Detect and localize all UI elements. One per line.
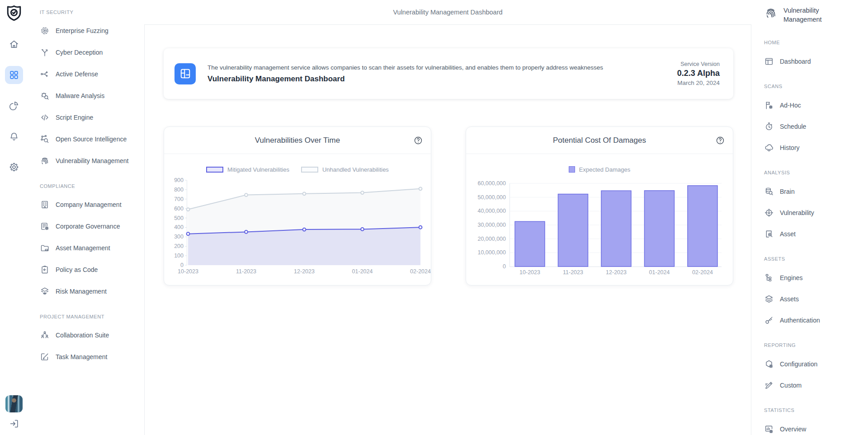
sidebar-item-risk-management[interactable]: Risk Management xyxy=(28,281,144,302)
nav-item-label: Brain xyxy=(780,188,795,195)
sidebar-item-cyber-deception[interactable]: Cyber Deception xyxy=(28,42,144,63)
sidebar-section: IT SECURITYEnterprise FuzzingCyber Decep… xyxy=(28,9,144,172)
nav-item-label: Task Management xyxy=(56,353,107,360)
nav-item-label: Asset Management xyxy=(56,244,110,252)
rightnav-item-overview[interactable]: Overview xyxy=(751,418,868,435)
code-icon xyxy=(40,112,50,122)
sidebar-item-active-defense[interactable]: Active Defense xyxy=(28,63,144,85)
sidebar-item-open-source-intelligence[interactable]: Open Source Intelligence xyxy=(28,128,144,150)
svg-text:200: 200 xyxy=(174,243,184,249)
line-chart-svg: 010020030040050060070080090010-202311-20… xyxy=(164,176,431,280)
rightnav-item-schedule[interactable]: Schedule xyxy=(751,116,868,137)
svg-text:0: 0 xyxy=(503,263,506,270)
nav-item-label: Enterprise Fuzzing xyxy=(56,27,108,34)
rightnav-item-dashboard[interactable]: Dashboard xyxy=(751,51,868,72)
home-icon xyxy=(9,39,19,50)
rail-settings-button[interactable] xyxy=(5,158,23,176)
nav-item-label: Overview xyxy=(780,426,806,433)
nav-item-label: Custom xyxy=(780,382,802,389)
sidebar-item-collaboration-suite[interactable]: Collaboration Suite xyxy=(28,324,144,346)
svg-text:20,000,000: 20,000,000 xyxy=(477,236,506,242)
flow-arrows-icon xyxy=(40,69,50,79)
service-header-card: The vulnerability management service all… xyxy=(164,48,733,99)
legend-item[interactable]: Unhandled Vulnerabilities xyxy=(301,166,389,173)
dashboard-tile-icon xyxy=(175,63,196,84)
logout-icon[interactable] xyxy=(9,418,19,429)
app-logo-shield-icon xyxy=(4,4,24,23)
nav-item-label: Open Source Intelligence xyxy=(56,136,127,143)
rightnav-item-ad-hoc[interactable]: Ad-Hoc xyxy=(751,94,868,116)
chart-title: Potential Cost Of Damages xyxy=(553,136,646,145)
rightnav-section: REPORTINGConfigurationCustom xyxy=(751,342,868,396)
help-icon[interactable] xyxy=(715,136,725,145)
rightnav-item-engines[interactable]: Engines xyxy=(751,267,868,288)
nav-item-label: Ad-Hoc xyxy=(780,102,801,109)
legend-item[interactable]: Mitigated Vulnerabilities xyxy=(206,166,289,173)
sidebar-section: COMPLIANCECompany ManagementCorporate Go… xyxy=(28,183,144,302)
potential-cost-of-damages-card: Potential Cost Of Damages Expected Damag… xyxy=(466,126,733,285)
grid-icon xyxy=(9,70,19,80)
rightnav-section-label: HOME xyxy=(751,40,868,46)
rightnav-item-authentication[interactable]: Authentication xyxy=(751,309,868,331)
network-search-icon xyxy=(40,134,50,144)
rightnav-item-history[interactable]: History xyxy=(751,137,868,158)
service-header-text: The vulnerability management service all… xyxy=(208,64,665,84)
nav-item-label: Cyber Deception xyxy=(56,49,103,56)
key-icon xyxy=(764,315,774,325)
target-rings-icon xyxy=(40,26,50,36)
svg-text:10-2023: 10-2023 xyxy=(178,268,198,275)
svg-text:600: 600 xyxy=(174,206,184,212)
svg-text:11-2023: 11-2023 xyxy=(563,269,583,276)
sidebar-item-script-engine[interactable]: Script Engine xyxy=(28,107,144,128)
sidebar-item-asset-management[interactable]: Asset Management xyxy=(28,237,144,259)
globe-target-icon xyxy=(764,208,774,218)
nav-item-label: Vulnerability Management xyxy=(56,157,128,164)
rightnav-item-brain[interactable]: Brain xyxy=(751,181,868,202)
sidebar-item-enterprise-fuzzing[interactable]: Enterprise Fuzzing xyxy=(28,20,144,42)
service-version-number: 0.2.3 Alpha xyxy=(677,69,720,78)
rail-notifications-button[interactable] xyxy=(5,127,23,145)
flag-gear-icon xyxy=(764,100,774,110)
help-icon[interactable] xyxy=(413,136,423,145)
rail-analytics-button[interactable] xyxy=(5,97,23,115)
nav-item-label: Schedule xyxy=(780,123,806,130)
rightnav-section: ANALYSISBrainVulnerabilityAsset xyxy=(751,170,868,244)
user-avatar[interactable] xyxy=(5,395,23,412)
nav-item-label: History xyxy=(780,144,800,151)
right-nav: HOMEDashboardSCANSAd-HocScheduleHistoryA… xyxy=(751,40,868,435)
cloud-history-icon xyxy=(764,143,774,153)
nav-item-label: Authentication xyxy=(780,317,820,324)
doc-gear-icon xyxy=(40,221,50,231)
sidebar-section-label: IT SECURITY xyxy=(28,9,144,15)
svg-text:100: 100 xyxy=(174,253,184,259)
nav-item-label: Active Defense xyxy=(56,70,98,78)
window-icon xyxy=(764,56,774,66)
bell-icon xyxy=(9,131,19,142)
svg-text:0: 0 xyxy=(180,262,184,268)
sidebar-item-task-management[interactable]: Task Management xyxy=(28,346,144,368)
rightnav-item-assets[interactable]: Assets xyxy=(751,288,868,309)
rightnav-item-custom[interactable]: Custom xyxy=(751,374,868,396)
content-panel: The vulnerability management service all… xyxy=(144,24,751,435)
rightnav-item-asset[interactable]: Asset xyxy=(751,223,868,244)
building-icon xyxy=(40,200,50,210)
layers-eye-icon xyxy=(40,286,50,296)
branch-y-icon xyxy=(40,47,50,57)
svg-text:900: 900 xyxy=(174,177,184,183)
rightnav-item-vulnerability[interactable]: Vulnerability xyxy=(751,202,868,223)
stopwatch-icon xyxy=(764,122,774,131)
sidebar-item-company-management[interactable]: Company Management xyxy=(28,194,144,215)
sidebar-item-vulnerability-management[interactable]: Vulnerability Management xyxy=(28,150,144,172)
sidebar-item-malware-analysis[interactable]: Malware Analysis xyxy=(28,85,144,107)
nav-item-label: Script Engine xyxy=(56,114,93,121)
legend-item[interactable]: Expected Damages xyxy=(569,166,630,173)
rail-home-button[interactable] xyxy=(5,35,23,53)
rail-apps-button[interactable] xyxy=(5,66,23,84)
fingerprint-icon xyxy=(40,156,50,166)
rightnav-item-configuration[interactable]: Configuration xyxy=(751,353,868,374)
sidebar-section: PROJECT MANAGEMENTCollaboration SuiteTas… xyxy=(28,314,144,368)
doc-search-icon xyxy=(764,229,774,239)
sidebar-item-policy-as-code[interactable]: Policy as Code xyxy=(28,259,144,281)
sidebar-item-corporate-governance[interactable]: Corporate Governance xyxy=(28,215,144,237)
rightnav-section-label: SCANS xyxy=(751,84,868,89)
